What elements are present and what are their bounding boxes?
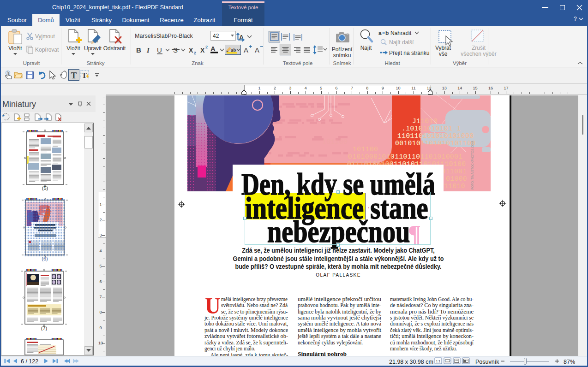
svg-text:4: 4 xyxy=(99,249,102,253)
svg-text:16: 16 xyxy=(488,86,493,90)
svg-text:5: 5 xyxy=(320,86,322,90)
svg-text:8: 8 xyxy=(366,86,368,90)
svg-text:2: 2 xyxy=(99,218,102,222)
svg-text:3: 3 xyxy=(289,86,291,90)
svg-text:3: 3 xyxy=(99,233,102,237)
svg-text:(6): (6) xyxy=(42,256,48,261)
svg-text:17: 17 xyxy=(504,86,508,90)
svg-text:5: 5 xyxy=(99,264,102,268)
svg-text:4: 4 xyxy=(305,86,307,90)
svg-text:12: 12 xyxy=(426,86,431,90)
svg-text:10: 10 xyxy=(98,341,103,345)
svg-text:1: 1 xyxy=(99,202,102,207)
svg-text:7: 7 xyxy=(351,86,353,90)
svg-text:11: 11 xyxy=(411,86,415,90)
svg-text:15: 15 xyxy=(473,86,478,90)
svg-text:2: 2 xyxy=(274,86,276,90)
svg-text:10: 10 xyxy=(396,86,401,90)
svg-text:8: 8 xyxy=(99,310,102,314)
svg-text:(7): (7) xyxy=(41,326,47,331)
svg-text:6: 6 xyxy=(335,86,337,90)
svg-text:6: 6 xyxy=(99,279,102,284)
svg-text:(5): (5) xyxy=(42,185,48,191)
svg-text:7: 7 xyxy=(99,295,102,299)
svg-text:14: 14 xyxy=(457,86,462,90)
svg-text:1: 1 xyxy=(258,86,260,90)
svg-text:9: 9 xyxy=(382,86,384,90)
svg-text:9: 9 xyxy=(99,326,102,330)
svg-text:13: 13 xyxy=(442,86,447,90)
